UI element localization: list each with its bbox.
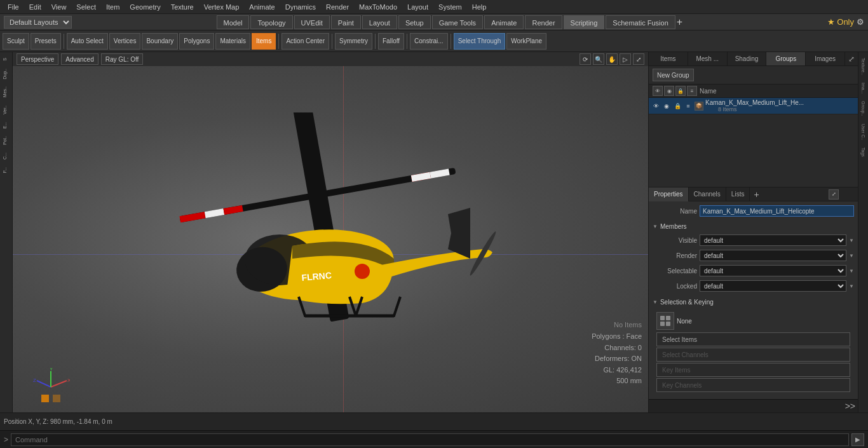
menu-maxtomodo[interactable]: MaxToModo [354,0,402,14]
action-center-button[interactable]: Action Center [281,33,329,50]
panel-tab-items[interactable]: Items [649,52,688,65]
expand-icon[interactable]: ⤢ [633,53,644,65]
eye-col-icon[interactable]: 👁 [653,86,663,96]
auto-select-button[interactable]: Auto Select [67,33,108,50]
name-prop-input[interactable] [700,205,854,217]
row-extra-icon[interactable]: ≡ [684,102,693,111]
tab-gametools[interactable]: Game Tools [432,15,484,29]
panel-tab-shading[interactable]: Shading [728,52,767,65]
menu-geometry[interactable]: Geometry [125,0,165,14]
menu-edit[interactable]: Edit [24,0,46,14]
layout-dropdown[interactable]: Default Layouts [4,16,72,29]
tab-animate[interactable]: Animate [484,15,524,29]
key-items-button[interactable]: Key Items [656,363,850,377]
locked-select[interactable]: default [700,280,846,292]
workplane-button[interactable]: WorkPlane [506,33,546,50]
settings-icon[interactable]: ⚙ [857,17,864,27]
extra-col-icon[interactable]: ≡ [687,86,697,96]
items-button[interactable]: Items [252,33,276,50]
add-prop-tab-icon[interactable]: + [750,187,763,201]
command-run-button[interactable]: ▶ [851,433,864,446]
strip-userc[interactable]: User C.. [860,121,867,144]
scene-row[interactable]: 👁 ◉ 🔒 ≡ 📦 Kaman_K_Max_Medium_Lift_He... … [649,98,858,114]
lt-sculpt[interactable]: S [1,55,12,64]
polygons-button[interactable]: Polygons [179,33,214,50]
lt-f[interactable]: F... [1,164,12,176]
viewport[interactable]: Perspective Advanced Ray GL: Off ⟳ 🔍 ✋ ▷… [13,52,648,412]
star-only-button[interactable]: ★ Only [827,17,854,27]
strip-tags[interactable]: Tags [860,144,867,160]
lt-ver[interactable]: Ver.. [1,102,12,118]
expand-panel-icon[interactable]: ⤢ [845,52,858,65]
lt-pol[interactable]: Pol.. [1,133,12,148]
falloff-button[interactable]: Falloff [378,33,404,50]
lt-mesh[interactable]: Mes.. [1,83,12,100]
menu-system[interactable]: System [433,0,467,14]
menu-render[interactable]: Render [321,0,354,14]
panel-tab-groups[interactable]: Groups [766,52,806,65]
menu-item[interactable]: Item [101,0,125,14]
zoom-icon[interactable]: 🔍 [593,53,604,65]
visible-select[interactable]: default [700,234,846,246]
selectable-select[interactable]: default [700,265,846,276]
menu-texture[interactable]: Texture [166,0,199,14]
lt-c[interactable]: C... [1,149,12,163]
menu-file[interactable]: File [3,0,24,14]
tab-layout[interactable]: Layout [362,15,397,29]
menu-animate[interactable]: Animate [244,0,280,14]
menu-dynamics[interactable]: Dynamics [280,0,321,14]
orbit-icon[interactable]: ⟳ [580,53,591,65]
panel-tab-images[interactable]: Images [806,52,845,65]
prop-tab-lists[interactable]: Lists [726,187,750,201]
row-render-icon[interactable]: ◉ [662,102,671,111]
tab-uvedit[interactable]: UVEdit [294,15,330,29]
key-channels-button[interactable]: Key Channels [656,378,850,392]
menu-layout[interactable]: Layout [402,0,433,14]
perspective-button[interactable]: Perspective [17,53,58,65]
raygl-button[interactable]: Ray GL: Off [101,53,144,65]
tab-render[interactable]: Render [525,15,562,29]
tab-paint[interactable]: Paint [331,15,361,29]
advanced-button[interactable]: Advanced [61,53,98,65]
panel-expand-arrow[interactable]: >> [845,401,855,411]
symmetry-button[interactable]: Symmetry [335,33,372,50]
render-col-icon[interactable]: ◉ [664,86,674,96]
strip-texture[interactable]: Texture.. [860,55,867,78]
materials-button[interactable]: Materials [215,33,250,50]
vertices-button[interactable]: Vertices [109,33,141,50]
prop-tab-properties[interactable]: Properties [649,187,689,201]
boundary-button[interactable]: Boundary [142,33,178,50]
select-channels-button[interactable]: Select Channels [656,348,850,362]
render-icon[interactable]: ▷ [620,53,631,65]
panel-tab-mesh[interactable]: Mesh ... [688,52,728,65]
sculpt-button[interactable]: Sculpt [3,33,29,50]
prop-tab-channels[interactable]: Channels [689,187,726,201]
lt-e[interactable]: E... [1,119,12,132]
menu-view[interactable]: View [46,0,72,14]
lock-col-icon[interactable]: 🔒 [675,86,686,96]
presets-button[interactable]: Presets [31,33,61,50]
tab-setup[interactable]: Setup [398,15,431,29]
tab-schematic[interactable]: Schematic Fusion [606,15,675,29]
pan-icon[interactable]: ✋ [606,53,618,65]
new-group-button[interactable]: New Group [653,69,694,81]
select-through-button[interactable]: Select Through [454,33,506,50]
menu-select[interactable]: Select [71,0,101,14]
strip-group[interactable]: Group.. [860,98,867,119]
constraints-button[interactable]: Constrai... [410,33,448,50]
tab-scripting[interactable]: Scripting [564,15,605,29]
sel-key-section-header[interactable]: ▼ Selection & Keying [653,297,854,307]
props-expand-icon[interactable]: ⤢ [829,189,839,200]
add-layout-button[interactable]: + [677,17,682,28]
lt-dup[interactable]: Dup.. [1,65,12,83]
row-lock-icon[interactable]: 🔒 [673,102,682,111]
strip-ima[interactable]: Ima... [860,79,867,97]
select-items-button[interactable]: Select Items [656,332,850,346]
tab-topology[interactable]: Topology [250,15,292,29]
menu-vertexmap[interactable]: Vertex Map [199,0,245,14]
command-input[interactable] [11,433,849,446]
members-section[interactable]: ▼ Members [653,222,854,231]
menu-help[interactable]: Help [467,0,492,14]
render-select[interactable]: default [700,250,846,261]
row-eye-icon[interactable]: 👁 [651,102,660,111]
